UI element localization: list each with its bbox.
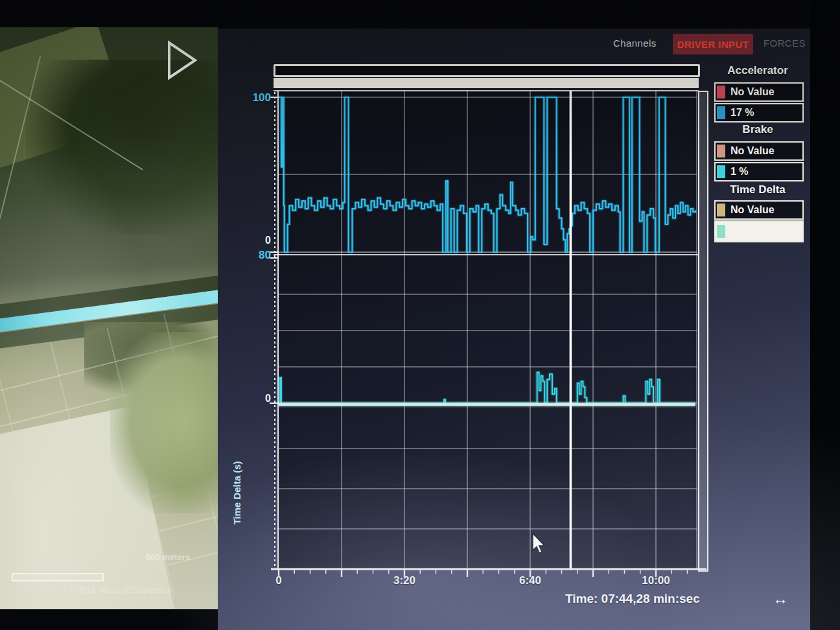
accelerator-current-value: 17 %: [725, 107, 754, 119]
brake-value-swatch: [717, 165, 725, 178]
legend-brake-title: Brake: [712, 123, 804, 136]
legend-brake-novalue-row[interactable]: No Value: [714, 141, 804, 161]
accelerator-novalue-label: No Value: [725, 86, 775, 98]
x-axis-tick-label: 3:20: [379, 574, 430, 587]
horizontal-resize-icon[interactable]: ↔: [773, 590, 788, 608]
brake-novalue-label: No Value: [725, 145, 775, 157]
accelerator-axis-max-label: 100: [245, 91, 271, 104]
time-delta-novalue-label: No Value: [725, 204, 775, 216]
legend-accelerator-value-row[interactable]: 17 %: [714, 103, 804, 122]
accelerator-value-swatch: [717, 106, 725, 119]
brake-axis-max-label: 80: [250, 249, 271, 262]
time-delta-value-swatch: [717, 225, 725, 238]
legend-accelerator-title: Accelerator: [712, 64, 804, 77]
x-axis-tick-label: 0: [253, 574, 305, 587]
brake-axis-zero-label: 0: [255, 393, 271, 404]
accelerator-axis-zero-label: 0: [255, 235, 271, 246]
mouse-cursor-icon: [531, 533, 548, 559]
x-axis-tick-label: 10:00: [630, 574, 682, 587]
legend-brake-value-row[interactable]: 1 %: [714, 162, 804, 181]
screen: 500 meters © 2016 Microsoft Corporation …: [0, 0, 840, 630]
legend-time-delta-value-row-selected[interactable]: [714, 220, 804, 242]
brake-novalue-swatch: [717, 145, 725, 158]
accelerator-novalue-swatch: [717, 86, 725, 99]
time-delta-axis-label: Time Delta (s): [231, 428, 242, 558]
legend-accelerator-novalue-row[interactable]: No Value: [714, 82, 804, 102]
legend-time-delta-novalue-row[interactable]: No Value: [714, 200, 804, 220]
brake-current-value: 1 %: [725, 166, 749, 178]
time-delta-novalue-swatch: [717, 204, 725, 216]
cursor-time-readout: Time: 07:44,28 min:sec: [565, 592, 700, 606]
legend-time-delta-title: Time Delta: [712, 183, 804, 196]
x-axis-tick-label: 6:40: [504, 574, 556, 587]
